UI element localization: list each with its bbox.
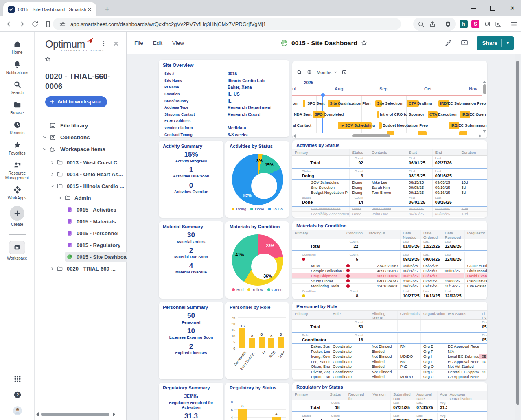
column-header[interactable]: Duration [459, 149, 487, 155]
tab-close-icon[interactable] [86, 6, 93, 13]
table-row[interactable]: Lee, SandraCoordinatorBlindedRNOrg LEC A… [292, 359, 487, 365]
column-header[interactable]: Approval Date [414, 391, 437, 400]
table-row[interactable]: MLM274297196709/05/2508/22/25Grace Harri… [292, 263, 487, 269]
add-to-workspace-button[interactable]: Add to workspace [45, 96, 107, 107]
column-header[interactable]: Version [370, 391, 391, 400]
table-row[interactable]: SQV SchedulingDoingMike Lee08/15/2509/05… [292, 180, 487, 185]
tree-item[interactable]: 0015 - Materials [35, 216, 126, 228]
new-tab-button[interactable]: + [102, 4, 112, 15]
sidebar-item-notifications[interactable]: Notifications [1, 60, 33, 75]
table-row[interactable]: Irving, KevinCoordinatorNot BlindedMD/DO… [292, 354, 487, 359]
sidebar-item-recents[interactable]: Recents [1, 120, 33, 136]
favorite-star-icon[interactable] [361, 39, 368, 46]
chevron-down-icon[interactable] [42, 146, 48, 152]
column-header[interactable]: Submitted Date [391, 391, 414, 400]
window-close-button[interactable]: ✕ [508, 4, 517, 13]
column-header[interactable]: Requestor [465, 230, 487, 239]
column-header[interactable]: Condition [344, 230, 364, 239]
browser-tab[interactable]: 0015 - Site Dashboard - Smartsh [3, 2, 96, 16]
chevron-right-icon[interactable] [57, 195, 63, 201]
gantt-task-bar[interactable] [379, 122, 382, 129]
panel-item-collections[interactable]: Collections [35, 131, 126, 143]
sidebar-item-home[interactable]: Home [1, 40, 33, 55]
gantt-vertical-scrollbar[interactable] [483, 81, 486, 133]
table-row[interactable]: Site SelectionDoingSarah Kim09/08/2509/1… [292, 185, 487, 190]
zoom-out-icon[interactable] [417, 20, 425, 28]
column-header[interactable]: Tracking # [364, 230, 401, 239]
column-header[interactable]: End [433, 149, 459, 155]
workspace-favorite-star-icon[interactable] [44, 56, 51, 63]
chevron-right-icon[interactable] [50, 160, 55, 165]
scrollbar-thumb[interactable] [516, 61, 519, 405]
gantt-task-bar[interactable] [377, 111, 379, 118]
brave-shield-icon[interactable] [444, 20, 452, 28]
tree-item[interactable]: 0014 - Ohio Heart As... [35, 168, 126, 180]
help-icon[interactable]: ? [13, 390, 22, 399]
table-row[interactable]: Foster, LindaCoordinatorBlindedOrg FN/A [292, 349, 487, 354]
url-field[interactable]: app.smartsheet.com/dashboards/wrQcxfhc2g… [53, 18, 401, 30]
gantt-task-bar[interactable] [303, 100, 305, 107]
column-header[interactable]: IRB Status [445, 311, 479, 319]
column-header[interactable]: Organization [421, 311, 445, 319]
chevron-down-icon[interactable] [42, 134, 48, 140]
column-header[interactable]: Date Ordered [421, 230, 442, 239]
column-header[interactable]: Status [327, 391, 346, 400]
menu-file[interactable]: File [134, 40, 143, 46]
calmag-icon[interactable] [341, 69, 348, 75]
back-button[interactable] [5, 20, 13, 28]
panel-close-icon[interactable] [112, 40, 120, 47]
column-header[interactable]: Status [350, 149, 369, 155]
column-header[interactable]: Start [406, 149, 433, 155]
zoomin-icon[interactable] [306, 69, 313, 75]
table-row[interactable]: Monitoring Tools128162993009/19/2509/05/… [292, 284, 487, 289]
table-row[interactable]: Study Binder848807974703/07/2502/21/2512… [292, 279, 487, 284]
scroll-right-icon[interactable] [113, 412, 115, 416]
scroll-left-icon[interactable] [36, 412, 39, 416]
sidebar-item-workspace[interactable]: Workspace [1, 241, 33, 261]
tree-item[interactable]: 0015 - Activities [35, 204, 126, 216]
menu-edit[interactable]: Edit [153, 40, 162, 46]
table-row[interactable]: Sample Collection Kit429039501706/11/250… [292, 269, 487, 274]
app-launcher-grid-icon[interactable] [13, 374, 22, 383]
reload-button[interactable] [31, 20, 39, 28]
site-settings-icon[interactable] [59, 20, 66, 28]
column-header[interactable]: Date Needed [401, 230, 421, 239]
sidebar-item-favorites[interactable]: Favorites [1, 141, 33, 156]
menu-view[interactable]: View [172, 40, 184, 46]
table-row[interactable]: Feasibility AssessmentDoneJohn Doe06/13/… [292, 212, 487, 217]
scrollbar-thumb[interactable] [41, 413, 109, 416]
column-header[interactable]: Blinding Status [369, 311, 397, 319]
sidebar-search-icon[interactable] [495, 20, 502, 28]
table-row[interactable]: Rivera, AngelaCoordinatorNot BlindedOrg … [292, 370, 487, 375]
chevron-right-icon[interactable] [50, 172, 55, 177]
table-row[interactable]: Drug Shipment905050301306/21/2508/07/25D… [292, 273, 487, 279]
browser-menu-icon[interactable] [510, 20, 518, 28]
column-header[interactable]: Date Received [442, 230, 465, 239]
column-header[interactable]: Primary [292, 311, 330, 319]
column-header[interactable]: Age [438, 391, 447, 400]
user-avatar[interactable] [13, 406, 22, 415]
panel-item-workspace-items[interactable]: Workspace items [35, 143, 126, 155]
share-button[interactable]: Share ▼ [477, 36, 514, 50]
column-header[interactable]: Required for Activation [346, 391, 370, 400]
zoomout-icon[interactable] [296, 69, 302, 75]
gantt-horizontal-scrollbar[interactable] [293, 134, 482, 138]
chevron-down-icon[interactable] [50, 184, 55, 189]
extension-s-icon[interactable]: S [471, 20, 479, 28]
bookmark-icon[interactable] [44, 20, 52, 28]
dashboard-vertical-scrollbar[interactable] [515, 54, 520, 420]
tree-item[interactable]: 0015 - Personnel [35, 228, 126, 239]
sidebar-item-browse[interactable]: Browse [1, 101, 33, 116]
tree-item[interactable]: Admin [35, 192, 126, 204]
forward-button[interactable] [18, 20, 26, 28]
tree-item[interactable]: 0015 - Regulatory [35, 239, 126, 251]
sidebar-item-workapps[interactable]: WorkApps [1, 186, 33, 201]
tree-item[interactable]: 0015 - Illinois Cardio ... [35, 180, 126, 192]
table-row[interactable]: Baker, SusanCoordinatorNot BlindedRNOrg … [292, 344, 487, 349]
extensions-puzzle-icon[interactable] [483, 20, 491, 28]
panel-menu-icon[interactable] [100, 40, 107, 47]
chevron-right-icon[interactable] [50, 266, 55, 271]
sidebar-item-create[interactable]: Create [1, 206, 33, 227]
gantt-range-select[interactable]: Months [317, 70, 337, 75]
share-page-icon[interactable] [429, 20, 436, 28]
